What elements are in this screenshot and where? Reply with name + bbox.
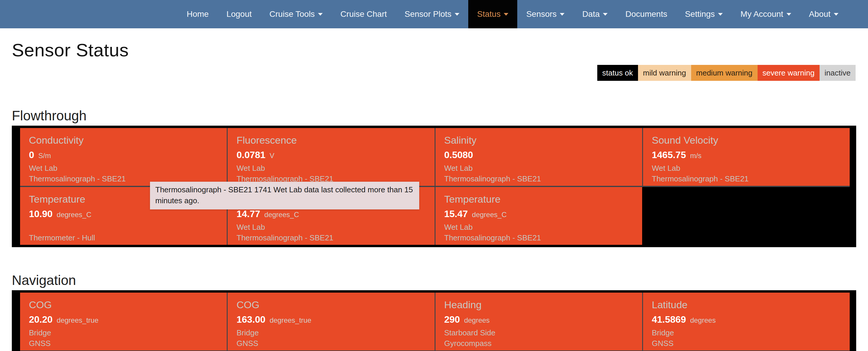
legend-severe-warning: severe warning xyxy=(757,65,819,81)
status-legend: status ok mild warning medium warning se… xyxy=(0,65,856,81)
sensor-name: Temperature xyxy=(444,193,633,205)
sensor-value: 20.20 xyxy=(29,314,53,325)
nav-item-label: Logout xyxy=(226,9,252,19)
sensor-name: Sound Velocity xyxy=(652,134,841,146)
section-title-navigation: Navigation xyxy=(12,272,868,288)
sensor-tile-sound-velocity[interactable]: Sound Velocity 1465.75m/s Wet Lab Thermo… xyxy=(642,128,850,186)
sensor-tile-cog-1[interactable]: COG 20.20degrees_true Bridge GNSS xyxy=(20,292,227,350)
nav-item-label: Documents xyxy=(625,9,667,19)
nav-item-label: My Account xyxy=(740,9,783,19)
sensor-model: GNSS xyxy=(29,338,218,349)
sensor-location: Starboard Side xyxy=(444,327,633,338)
sensor-location: Wet Lab xyxy=(444,222,633,233)
caret-down-icon xyxy=(455,13,459,15)
caret-down-icon xyxy=(603,13,608,15)
sensor-location: Wet Lab xyxy=(237,222,426,233)
sensor-model: Thermosalinograph - SBE21 xyxy=(237,233,426,243)
sensor-unit: S/m xyxy=(38,152,51,160)
sensor-model: Thermosalinograph - SBE21 xyxy=(444,173,633,184)
sensor-tile-conductivity[interactable]: Conductivity 0S/m Wet Lab Thermosalinogr… xyxy=(20,128,227,186)
caret-down-icon xyxy=(834,13,838,15)
sensor-value: 10.90 xyxy=(29,209,53,219)
sensor-unit: m/s xyxy=(690,152,702,160)
tile-row: Temperature 10.90degrees_C Thermometer -… xyxy=(20,186,850,245)
legend-status-ok: status ok xyxy=(597,65,638,81)
sensor-tile-temperature-wetlab-2[interactable]: Temperature 15.47degrees_C Wet Lab Therm… xyxy=(435,187,642,245)
legend-medium-warning: medium warning xyxy=(691,65,757,81)
sensor-location: Wet Lab xyxy=(652,163,841,173)
empty-cell xyxy=(642,187,850,245)
nav-item-home[interactable]: Home xyxy=(178,0,218,28)
sensor-unit: degrees_C xyxy=(472,211,507,218)
nav-item-label: Status xyxy=(477,9,500,19)
nav-item-cruise-chart[interactable]: Cruise Chart xyxy=(332,0,396,28)
nav-item-label: Sensor Plots xyxy=(404,9,452,19)
caret-down-icon xyxy=(318,13,323,15)
sensor-tile-salinity[interactable]: Salinity 0.5080 Wet Lab Thermosalinograp… xyxy=(435,128,642,186)
sensor-location: Wet Lab xyxy=(29,163,218,173)
tile-row: Conductivity 0S/m Wet Lab Thermosalinogr… xyxy=(20,128,850,186)
nav-item-documents[interactable]: Documents xyxy=(616,0,676,28)
tile-row: COG 20.20degrees_true Bridge GNSS COG 16… xyxy=(20,292,850,350)
sensor-unit: degrees xyxy=(464,316,490,324)
sensor-name: Fluorescence xyxy=(237,134,426,146)
caret-down-icon xyxy=(718,13,723,15)
sensor-tile-heading[interactable]: Heading 290degrees Starboard Side Gyroco… xyxy=(435,292,642,350)
nav-item-label: Cruise Tools xyxy=(270,9,315,19)
stale-data-tooltip: Thermosalinograph - SBE21 1741 Wet Lab d… xyxy=(150,182,419,209)
sensor-tile-latitude[interactable]: Latitude 41.5869degrees Bridge GNSS xyxy=(642,292,850,350)
nav-item-sensors[interactable]: Sensors xyxy=(517,0,574,28)
nav-item-cruise-tools[interactable]: Cruise Tools xyxy=(261,0,332,28)
sensor-location: Wet Lab xyxy=(444,163,633,173)
sensor-name: Salinity xyxy=(444,134,633,146)
sensor-name: Latitude xyxy=(652,299,841,311)
caret-down-icon xyxy=(560,13,564,15)
section-title-flowthrough: Flowthrough xyxy=(12,107,868,124)
top-navbar: Home Logout Cruise Tools Cruise Chart Se… xyxy=(0,0,868,28)
sensor-model: GNSS xyxy=(652,338,841,349)
sensor-unit: degrees_true xyxy=(270,316,311,324)
sensor-model: Gyrocompass xyxy=(444,338,633,349)
legend-inactive: inactive xyxy=(819,65,856,81)
sensor-unit: degrees_true xyxy=(57,316,98,324)
flowthrough-panel: Conductivity 0S/m Wet Lab Thermosalinogr… xyxy=(12,126,856,247)
sensor-tile-cog-2[interactable]: COG 163.00degrees_true Bridge GNSS xyxy=(227,292,434,350)
sensor-name: COG xyxy=(237,299,426,311)
nav-item-about[interactable]: About xyxy=(800,0,847,28)
nav-item-sensor-plots[interactable]: Sensor Plots xyxy=(396,0,468,28)
nav-item-logout[interactable]: Logout xyxy=(218,0,261,28)
sensor-value: 14.77 xyxy=(237,209,260,219)
nav-item-my-account[interactable]: My Account xyxy=(732,0,800,28)
sensor-value: 163.00 xyxy=(237,314,266,325)
nav-item-settings[interactable]: Settings xyxy=(676,0,732,28)
sensor-location: Wet Lab xyxy=(237,163,426,173)
sensor-location: Bridge xyxy=(29,327,218,338)
sensor-value: 1465.75 xyxy=(652,149,686,160)
sensor-name: Conductivity xyxy=(29,134,218,146)
sensor-name: Heading xyxy=(444,299,633,311)
nav-item-label: Home xyxy=(187,9,209,19)
sensor-model: GNSS xyxy=(237,338,426,349)
sensor-location: Bridge xyxy=(237,327,426,338)
nav-item-data[interactable]: Data xyxy=(574,0,616,28)
sensor-unit: degrees_C xyxy=(57,211,91,218)
nav-item-label: Cruise Chart xyxy=(340,9,387,19)
sensor-unit: degrees_C xyxy=(264,211,299,218)
navigation-panel: COG 20.20degrees_true Bridge GNSS COG 16… xyxy=(12,290,856,351)
legend-mild-warning: mild warning xyxy=(638,65,691,81)
nav-item-label: Settings xyxy=(685,9,715,19)
sensor-unit: degrees xyxy=(690,316,716,324)
sensor-value: 290 xyxy=(444,314,460,325)
sensor-model: Thermosalinograph - SBE21 xyxy=(444,233,633,243)
nav-item-status[interactable]: Status xyxy=(468,0,517,28)
nav-item-label: About xyxy=(809,9,831,19)
caret-down-icon xyxy=(504,13,508,15)
sensor-tile-fluorescence[interactable]: Fluorescence 0.0781V Wet Lab Thermosalin… xyxy=(227,128,434,186)
sensor-model: Thermometer - Hull xyxy=(29,233,218,243)
sensor-location: Bridge xyxy=(652,327,841,338)
sensor-value: 0 xyxy=(29,149,34,160)
sensor-value: 0.0781 xyxy=(237,149,266,160)
nav-item-label: Data xyxy=(582,9,600,19)
nav-list: Home Logout Cruise Tools Cruise Chart Se… xyxy=(178,0,847,28)
sensor-unit: V xyxy=(270,152,274,160)
